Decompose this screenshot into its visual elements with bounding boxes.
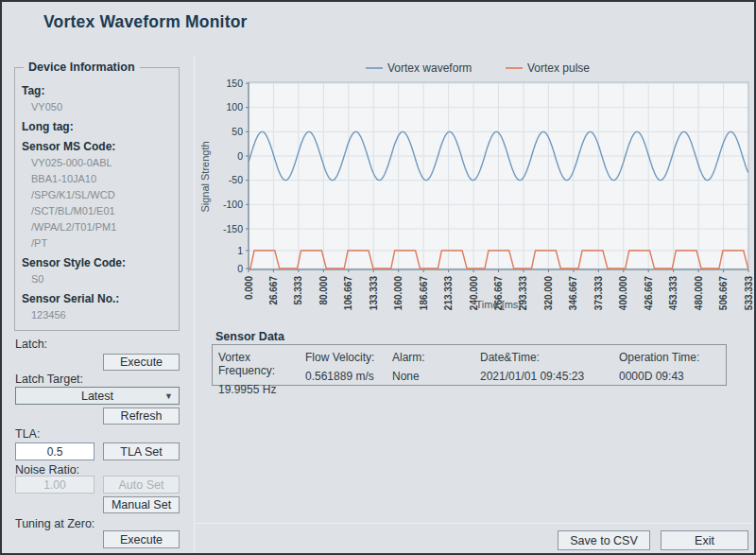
device-field-value: VY050	[31, 100, 173, 113]
device-field-label: Sensor MS Code:	[22, 140, 173, 153]
sensor-data-column: Alarm:None	[392, 351, 480, 385]
x-tick-label: 53.333	[293, 276, 303, 305]
device-field-value: BBA1-10JA10	[31, 172, 173, 185]
latch-execute-button[interactable]: Execute	[103, 354, 180, 371]
device-field-value: /SPG/K1/SL/WCD	[31, 188, 173, 201]
sensor-data-column: Flow Velocity:0.561889 m/s	[305, 351, 392, 385]
tla-input[interactable]	[15, 442, 94, 460]
x-tick-label: 0.000	[244, 276, 254, 300]
device-field-label: Sensor Serial No.:	[22, 292, 173, 305]
sensor-data-table: Vortex Frequency:19.9955 HzFlow Velocity…	[212, 344, 727, 386]
x-tick-label: 346.667	[568, 276, 578, 311]
noise-ratio-label: Noise Ratio:	[15, 463, 79, 477]
y-tick-label: -150	[223, 223, 243, 234]
sensor-data-label: Flow Velocity:	[305, 351, 392, 364]
y-axis-title: Signal Strength	[199, 141, 211, 212]
chevron-down-icon: ▼	[164, 391, 173, 401]
device-field-label: Tag:	[22, 84, 173, 97]
footer-separator	[196, 523, 751, 524]
sensor-data-value: 2021/01/01 09:45:23	[480, 370, 619, 383]
legend-label: Vortex waveform	[387, 61, 472, 75]
y-tick-label: 0	[237, 150, 243, 162]
x-tick-label: 160.000	[393, 276, 404, 311]
sensor-data-label: Operation Time:	[619, 351, 723, 364]
x-tick-label: 453.333	[668, 276, 679, 311]
auto-set-button: Auto Set	[103, 476, 180, 494]
latch-target-value: Latest	[81, 390, 113, 403]
x-tick-label: 26.667	[268, 276, 279, 305]
title-separator	[9, 43, 749, 44]
sensor-data-value: 19.9955 Hz	[218, 383, 305, 396]
device-field-value: VY025-000-0ABL	[31, 156, 173, 169]
x-axis-title: Time [ms]	[476, 299, 522, 310]
refresh-button[interactable]: Refresh	[103, 408, 180, 425]
sensor-data-value: 0000D 09:43	[619, 370, 723, 383]
y-tick-label: 0	[237, 263, 243, 274]
x-tick-label: 506.667	[718, 276, 729, 311]
save-to-csv-button[interactable]: Save to CSV	[558, 530, 650, 550]
y-tick-label: 100	[226, 101, 243, 113]
device-field-label: Long tag:	[22, 120, 173, 133]
noise-ratio-input	[15, 476, 94, 494]
sensor-data-value: 0.561889 m/s	[305, 370, 392, 383]
tla-label: TLA:	[15, 427, 40, 441]
sensor-data-label: Alarm:	[392, 351, 480, 364]
x-tick-label: 320.000	[543, 276, 554, 311]
x-tick-label: 373.333	[593, 276, 604, 311]
y-tick-label: 1	[237, 245, 243, 256]
sensor-data-label: Vortex Frequency:	[218, 351, 305, 377]
x-tick-label: 480.000	[694, 276, 704, 311]
sensor-data-value: None	[392, 370, 480, 383]
legend-label: Vortex pulse	[527, 61, 590, 75]
x-tick-label: 533.333	[744, 276, 754, 311]
sensor-data-column: Date&Time:2021/01/01 09:45:23	[480, 351, 619, 385]
waveform-chart: 150100500-50-100-150100.00026.66753.3338…	[196, 51, 756, 326]
sensor-data-title: Sensor Data	[215, 330, 284, 343]
tuning-at-zero-label: Tuning at Zero:	[15, 517, 94, 530]
device-field-value: /SCT/BL/M01/E01	[31, 204, 173, 217]
manual-set-button[interactable]: Manual Set	[103, 496, 180, 513]
exit-button[interactable]: Exit	[661, 530, 748, 550]
vortex-waveform-monitor-window: Vortex Waveform Monitor Device Informati…	[0, 0, 756, 555]
tuning-execute-button[interactable]: Execute	[103, 530, 180, 548]
device-info-fields: Tag:VY050Long tag:Sensor MS Code:VY025-0…	[15, 68, 179, 321]
sensor-data-column: Operation Time:0000D 09:43	[619, 351, 723, 385]
x-tick-label: 400.000	[618, 276, 628, 311]
chart-legend: Vortex waveformVortex pulse	[366, 61, 590, 75]
latch-label: Latch:	[15, 338, 47, 351]
x-tick-label: 426.667	[644, 276, 654, 311]
device-information-title: Device Information	[24, 61, 140, 74]
chart-gridlines	[249, 82, 748, 269]
y-tick-label: -100	[223, 199, 243, 210]
tla-set-button[interactable]: TLA Set	[103, 442, 180, 460]
latch-target-label: Latch Target:	[15, 373, 83, 386]
x-tick-label: 106.667	[343, 276, 353, 311]
panel-separator	[194, 55, 195, 553]
y-tick-label: -50	[229, 174, 243, 185]
y-tick-label: 50	[232, 126, 243, 137]
page-title: Vortex Waveform Monitor	[43, 12, 248, 32]
device-field-value: /PT	[31, 236, 173, 250]
latch-target-select[interactable]: Latest ▼	[15, 387, 180, 405]
device-field-value: S0	[31, 272, 173, 286]
x-tick-label: 80.000	[318, 276, 329, 305]
y-tick-label: 150	[226, 78, 243, 89]
x-tick-label: 133.333	[369, 276, 379, 311]
sensor-data-column: Vortex Frequency:19.9955 Hz	[218, 351, 305, 385]
device-field-label: Sensor Style Code:	[22, 256, 173, 269]
x-tick-label: 186.667	[419, 276, 429, 311]
device-field-value: 123456	[31, 308, 173, 321]
device-information-group: Device Information Tag:VY050Long tag:Sen…	[14, 67, 180, 331]
x-tick-label: 213.333	[443, 276, 454, 311]
sensor-data-label: Date&Time:	[480, 351, 619, 364]
device-field-value: /WPA/L2/T01/PM1	[31, 220, 173, 234]
